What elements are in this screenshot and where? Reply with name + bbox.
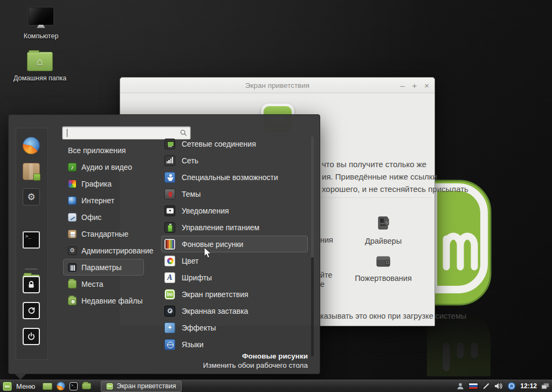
software-manager-icon[interactable] [23, 163, 40, 180]
application-list: Сетевые соединения Сеть Специальные возм… [161, 135, 318, 353]
separator [320, 197, 432, 198]
administration-icon: ⚙ [68, 246, 77, 255]
category-accessories[interactable]: Стандартные [63, 225, 144, 242]
app-languages[interactable]: Языки [161, 336, 308, 353]
category-list: Все приложения ♪Аудио и видео Графика Ин… [63, 142, 158, 309]
app-notifications[interactable]: Уведомления [161, 202, 308, 219]
network-connections-icon [164, 139, 175, 149]
app-welcome-screen[interactable]: lmЭкран приветствия [161, 286, 308, 302]
menu-button-icon[interactable]: lm [3, 382, 12, 391]
text-caret [67, 129, 67, 137]
shutdown-icon[interactable] [23, 328, 40, 345]
menu-favorites-column: ⚙ [16, 128, 48, 360]
pen-icon[interactable] [482, 382, 490, 390]
volume-icon[interactable] [494, 382, 503, 390]
app-network[interactable]: Сеть [161, 152, 308, 169]
update-shield-icon[interactable] [507, 382, 516, 390]
partial-label: ния [320, 236, 333, 244]
task-button-welcome-screen[interactable]: lm Экран приветствия [101, 381, 181, 392]
terminal-icon[interactable] [70, 382, 78, 390]
welcome-item-drivers[interactable]: Драйверы [351, 215, 416, 245]
places-icon [68, 280, 77, 288]
app-themes[interactable]: Темы [161, 185, 308, 202]
files-icon[interactable] [82, 383, 91, 389]
app-backgrounds[interactable]: Фоновые рисунки [161, 236, 308, 252]
scrollbar-thumb[interactable] [311, 257, 314, 356]
desktop-icon-home-folder[interactable]: ⌂ Домашняя папка [10, 50, 70, 82]
show-at-startup-label[interactable]: казывать это окно при загрузке системы [320, 312, 466, 320]
accessories-icon [68, 230, 77, 238]
category-audio-video[interactable]: ♪Аудио и видео [63, 159, 144, 175]
accessibility-icon [164, 172, 175, 183]
home-glyph: ⌂ [27, 52, 52, 71]
mint-badge-icon: lm [106, 383, 113, 390]
partial-label: йте [320, 271, 333, 279]
category-places[interactable]: Места [63, 276, 144, 292]
welcome-item-donations[interactable]: Пожертвования [351, 253, 416, 283]
backgrounds-icon [164, 239, 175, 250]
app-accessibility[interactable]: Специальные возможности [161, 169, 308, 185]
power-management-icon [164, 222, 175, 233]
mouse-cursor [204, 247, 212, 259]
desktop: Компьютер ⌂ Домашняя папка Экран приветс… [0, 0, 552, 392]
audio-video-icon: ♪ [68, 163, 77, 171]
partial-label: е [320, 280, 325, 288]
category-internet[interactable]: Интернет [63, 192, 144, 209]
separator [25, 269, 38, 270]
app-network-connections[interactable]: Сетевые соединения [161, 135, 308, 152]
mint-menu: ⚙ Все приложения ♪Аудио и виде [8, 114, 320, 374]
drivers-icon [375, 215, 392, 233]
firefox-icon[interactable] [23, 137, 40, 154]
category-all-applications[interactable]: Все приложения [63, 142, 144, 159]
app-fonts[interactable]: AШрифты [161, 269, 308, 286]
languages-icon [164, 339, 175, 350]
welcome-screen-icon: lm [164, 289, 175, 300]
donations-icon [374, 253, 392, 270]
app-power-management[interactable]: Управление питанием [161, 219, 308, 236]
recent-files-icon [68, 297, 77, 305]
menu-scrollbar[interactable] [311, 136, 314, 356]
control-center-icon[interactable]: ⚙ [23, 188, 40, 205]
welcome-titlebar[interactable]: Экран приветствия – + × [120, 78, 434, 93]
app-color[interactable]: Цвет [161, 252, 308, 269]
category-administration[interactable]: ⚙Администрирование [63, 242, 144, 259]
taskbar: lm Меню lm Экран приветствия [0, 380, 552, 392]
clock[interactable]: 12:12 [520, 382, 537, 390]
category-preferences[interactable]: Параметры [63, 259, 144, 276]
lock-screen-icon[interactable] [23, 276, 40, 293]
themes-icon [164, 189, 175, 200]
office-icon [68, 213, 77, 222]
screensaver-icon [164, 306, 175, 317]
notifications-icon [164, 205, 175, 216]
close-button[interactable]: × [424, 81, 429, 90]
graphics-icon [68, 180, 77, 188]
desktop-icon-computer[interactable]: Компьютер [11, 6, 71, 40]
preferences-icon [68, 263, 77, 272]
color-icon [164, 256, 175, 266]
welcome-text-line: хорошего, и не стесняйтесь присылать [322, 184, 468, 194]
minimize-button[interactable]: – [400, 81, 404, 90]
selected-app-description: Изменить обои рабочего стола [203, 361, 308, 370]
category-graphics[interactable]: Графика [63, 175, 144, 192]
menu-status: Фоновые рисунки Изменить обои рабочего с… [203, 352, 308, 370]
show-desktop-icon[interactable] [43, 383, 52, 390]
effects-icon: ✦ [164, 322, 175, 333]
maximize-button[interactable]: + [412, 81, 417, 90]
app-effects[interactable]: ✦Эффекты [161, 319, 308, 336]
desktop-icon-label: Компьютер [11, 32, 71, 40]
desktop-icon-label: Домашняя папка [10, 74, 70, 82]
app-screensaver[interactable]: Экранная заставка [161, 302, 308, 319]
firefox-icon[interactable] [57, 382, 65, 390]
welcome-text-line: что вы получите столько же [322, 160, 426, 169]
home-folder-icon: ⌂ [27, 52, 53, 71]
network-icon [164, 155, 175, 166]
user-icon[interactable] [457, 382, 464, 390]
window-selector-icon[interactable] [541, 383, 549, 390]
terminal-icon[interactable] [23, 231, 40, 249]
logout-icon[interactable] [23, 302, 40, 319]
category-recent-files[interactable]: Недавние файлы [63, 292, 144, 309]
welcome-text-line: ия. Приведённые ниже ссылки [322, 172, 437, 181]
menu-button-label[interactable]: Меню [16, 382, 35, 390]
category-office[interactable]: Офис [63, 209, 144, 225]
flag-ru-icon[interactable] [468, 383, 478, 389]
